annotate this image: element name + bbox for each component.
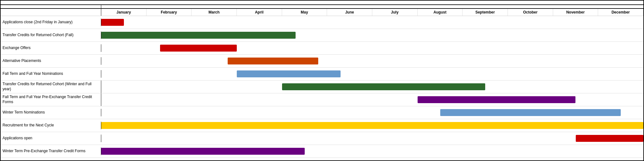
table-row: Winter Term Nominations bbox=[1, 106, 643, 119]
gantt-area bbox=[101, 119, 643, 132]
month-label: June bbox=[327, 9, 372, 16]
gantt-area bbox=[101, 42, 643, 54]
activity-label: Alternative Placements bbox=[1, 57, 101, 65]
month-label: January bbox=[101, 9, 147, 16]
gantt-bar bbox=[101, 122, 643, 129]
gantt-area bbox=[101, 145, 643, 158]
gantt-area bbox=[101, 29, 643, 42]
gantt-bar bbox=[440, 109, 621, 116]
gantt-bar bbox=[228, 58, 318, 64]
gantt-area bbox=[101, 68, 643, 80]
gantt-area bbox=[101, 106, 643, 119]
header-month bbox=[101, 5, 643, 8]
gantt-bar bbox=[101, 19, 124, 26]
activity-label: Applications close (2nd Friday in Januar… bbox=[1, 19, 101, 26]
table-row: Recruitment for the Next Cycle bbox=[1, 119, 643, 132]
table-row: Exchange Offers bbox=[1, 42, 643, 55]
table-row: Transfer Credits for Returned Cohort (Wi… bbox=[1, 80, 643, 93]
activity-label: Transfer Credits for Returned Cohort (Fa… bbox=[1, 31, 101, 39]
month-label: April bbox=[237, 9, 282, 16]
gantt-area bbox=[101, 55, 643, 67]
gantt-area bbox=[101, 80, 643, 93]
activity-label: Winter Term Nominations bbox=[1, 109, 101, 116]
month-label: December bbox=[598, 9, 643, 16]
activity-label: Fall Term and Full Year Pre-Exchange Tra… bbox=[1, 93, 101, 106]
month-label: October bbox=[508, 9, 553, 16]
activity-label: Applications open bbox=[1, 135, 101, 142]
month-label: July bbox=[372, 9, 418, 16]
table-row: Fall Term and Full Year Pre-Exchange Tra… bbox=[1, 93, 643, 106]
header-activity bbox=[1, 5, 101, 8]
activity-label: Recruitment for the Next Cycle bbox=[1, 122, 101, 129]
month-label: August bbox=[418, 9, 463, 16]
table-row: Applications open bbox=[1, 132, 643, 145]
gantt-rows: Applications close (2nd Friday in Januar… bbox=[1, 16, 643, 158]
chart-title bbox=[1, 1, 643, 5]
gantt-bar bbox=[237, 70, 341, 77]
months-row: JanuaryFebruaryMarchAprilMayJuneJulyAugu… bbox=[1, 9, 643, 16]
month-label: November bbox=[553, 9, 598, 16]
chart-container: JanuaryFebruaryMarchAprilMayJuneJulyAugu… bbox=[0, 0, 644, 161]
month-label: March bbox=[192, 9, 237, 16]
activity-label: Transfer Credits for Returned Cohort (Wi… bbox=[1, 80, 101, 93]
table-row: Alternative Placements bbox=[1, 55, 643, 68]
gantt-bar bbox=[282, 83, 486, 90]
gantt-bar bbox=[101, 32, 296, 39]
table-row: Applications close (2nd Friday in Januar… bbox=[1, 16, 643, 29]
gantt-bar bbox=[101, 148, 305, 155]
months-labels: JanuaryFebruaryMarchAprilMayJuneJulyAugu… bbox=[101, 9, 643, 16]
gantt-bar bbox=[576, 135, 644, 142]
gantt-bar bbox=[418, 96, 576, 103]
month-label: September bbox=[463, 9, 508, 16]
gantt-area bbox=[101, 16, 643, 29]
table-row: Fall Term and Full Year Nominations bbox=[1, 68, 643, 80]
table-row: Transfer Credits for Returned Cohort (Fa… bbox=[1, 29, 643, 42]
header-row bbox=[1, 5, 643, 9]
table-row: Winter Term Pre-Exchange Transfer Credit… bbox=[1, 145, 643, 158]
gantt-area bbox=[101, 132, 643, 145]
activity-label: Exchange Offers bbox=[1, 44, 101, 52]
month-label: May bbox=[282, 9, 327, 16]
gantt-bar bbox=[160, 45, 237, 52]
activity-label: Winter Term Pre-Exchange Transfer Credit… bbox=[1, 147, 101, 155]
activity-label: Fall Term and Full Year Nominations bbox=[1, 70, 101, 78]
month-label: February bbox=[147, 9, 192, 16]
gantt-area bbox=[101, 93, 643, 106]
